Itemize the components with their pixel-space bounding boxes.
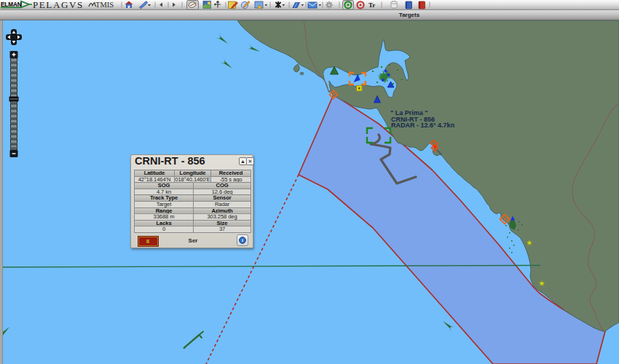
svg-text:RADAR - 12.6° 4.7kn: RADAR - 12.6° 4.7kn — [391, 122, 454, 129]
svg-text:TMIS: TMIS — [95, 1, 114, 9]
svg-text:ELMAN: ELMAN — [1, 1, 22, 8]
svg-text:Tr: Tr — [368, 1, 375, 9]
